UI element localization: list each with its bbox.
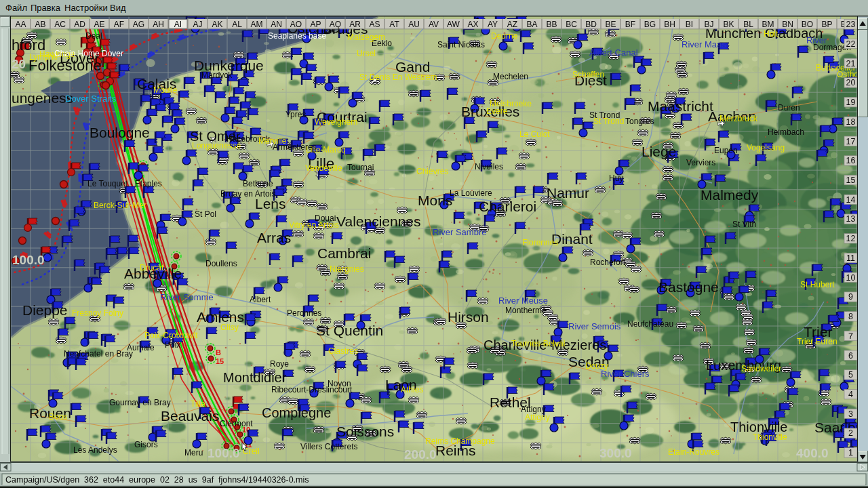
svg-text:5: 5 xyxy=(848,370,853,380)
svg-text:BL: BL xyxy=(743,20,753,29)
svg-text:15: 15 xyxy=(846,176,856,185)
svg-text:17: 17 xyxy=(846,137,856,146)
svg-text:St Hubert: St Hubert xyxy=(800,280,835,289)
svg-text:Ursel: Ursel xyxy=(357,49,376,58)
svg-text:12: 12 xyxy=(846,234,856,243)
svg-text:Holt: Holt xyxy=(764,29,778,39)
svg-text:Verviers: Verviers xyxy=(686,158,715,167)
svg-text:BE: BE xyxy=(605,20,616,29)
svg-text:Glisy: Glisy xyxy=(220,323,239,332)
svg-text:Le Culot: Le Culot xyxy=(519,129,550,139)
svg-text:Deal: Deal xyxy=(85,31,102,41)
svg-text:Reims Champagne: Reims Champagne xyxy=(425,436,495,446)
svg-text:Moulle: Moulle xyxy=(153,85,178,95)
svg-text:Athies: Athies xyxy=(401,385,423,394)
svg-text:9: 9 xyxy=(848,292,853,302)
svg-text:AM: AM xyxy=(251,20,263,29)
svg-text:BM: BM xyxy=(762,20,774,29)
svg-text:Charleroi: Charleroi xyxy=(479,199,536,214)
svg-text:Lille-Marcq: Lille-Marcq xyxy=(306,145,346,155)
svg-text:BB: BB xyxy=(546,20,557,29)
svg-text:AU: AU xyxy=(408,20,420,29)
svg-text:Longuenesse: Longuenesse xyxy=(192,141,241,150)
svg-text:Neufchatel en Bray: Neufchatel en Bray xyxy=(64,349,133,359)
svg-text:Duren: Duren xyxy=(778,103,800,113)
svg-text:Namur: Namur xyxy=(547,185,589,201)
svg-text:300.0: 300.0 xyxy=(599,446,632,460)
svg-text:Albert Canal: Albert Canal xyxy=(589,47,638,58)
svg-text:Vogelsang: Vogelsang xyxy=(747,143,785,152)
svg-text:Arras: Arras xyxy=(257,230,291,245)
svg-text:AC: AC xyxy=(54,20,66,29)
svg-text:AP: AP xyxy=(310,20,321,29)
svg-text:River Sambre: River Sambre xyxy=(433,227,486,237)
svg-text:Настройки: Настройки xyxy=(64,3,108,13)
svg-text:Valenciennes: Valenciennes xyxy=(336,214,421,229)
svg-text:8: 8 xyxy=(848,312,853,321)
svg-text:Tongres: Tongres xyxy=(625,117,654,126)
svg-text:BG: BG xyxy=(644,20,656,29)
svg-text:Schaffen: Schaffen xyxy=(572,70,604,79)
svg-text:Seaplanes base: Seaplanes base xyxy=(268,31,326,41)
svg-text:Dieppe: Dieppe xyxy=(22,302,68,318)
svg-text:21: 21 xyxy=(846,59,856,68)
svg-text:Merzbruck: Merzbruck xyxy=(719,114,758,123)
svg-text:Villers Cotterets: Villers Cotterets xyxy=(300,442,357,451)
svg-text:Les Andelys: Les Andelys xyxy=(73,445,117,455)
svg-text:Poix-Croixrault: Poix-Croixrault xyxy=(144,331,198,340)
svg-text:River Somme: River Somme xyxy=(160,292,214,302)
svg-text:St Vith: St Vith xyxy=(732,220,756,229)
svg-text:AK: AK xyxy=(212,20,222,29)
svg-text:AB: AB xyxy=(35,20,45,29)
svg-text:Bastogne: Bastogne xyxy=(658,279,719,295)
svg-text:Montdidier: Montdidier xyxy=(223,370,287,385)
svg-text:Heimbach: Heimbach xyxy=(768,127,804,137)
svg-text:Niergnies: Niergnies xyxy=(330,264,364,274)
svg-text:10: 10 xyxy=(846,273,856,283)
svg-text:Merville: Merville xyxy=(258,136,287,146)
svg-text:Sandweiler: Sandweiler xyxy=(741,364,781,373)
svg-text:1: 1 xyxy=(848,448,853,458)
svg-text:Florennes: Florennes xyxy=(522,238,558,247)
svg-text:BC: BC xyxy=(566,20,577,29)
svg-text:AG: AG xyxy=(133,20,144,29)
svg-text:11: 11 xyxy=(846,253,855,263)
svg-text:Вид: Вид xyxy=(110,3,126,13)
svg-text:Bruay en Artois: Bruay en Artois xyxy=(220,189,275,199)
svg-text:Neufchateau: Neufchateau xyxy=(627,319,673,329)
svg-text:Maastricht: Maastricht xyxy=(648,98,713,114)
svg-text:St Quentin: St Quentin xyxy=(316,323,383,338)
svg-text:Wevelghem: Wevelghem xyxy=(315,117,357,127)
svg-text:Poix: Poix xyxy=(165,340,180,350)
svg-text:St Denis En Westrem: St Denis En Westrem xyxy=(359,73,437,82)
svg-text:15: 15 xyxy=(216,357,224,365)
svg-text:6: 6 xyxy=(848,351,853,361)
svg-text:Beauvais: Beauvais xyxy=(161,408,219,424)
svg-text:Meru: Meru xyxy=(184,448,203,458)
svg-text:Le Touquet - Etaples: Le Touquet - Etaples xyxy=(87,179,162,188)
svg-text:Mechelen: Mechelen xyxy=(493,72,528,81)
svg-text:AW: AW xyxy=(447,20,460,29)
svg-text:Doullens: Doullens xyxy=(205,259,237,268)
svg-text:Maldegem: Maldegem xyxy=(347,33,385,42)
svg-text:AV: AV xyxy=(429,20,439,29)
svg-text:14: 14 xyxy=(846,195,856,205)
svg-text:ungeness: ungeness xyxy=(12,90,73,106)
svg-text:Fresnoy Folny: Fresnoy Folny xyxy=(72,308,123,318)
svg-text:Etain-Rouvres: Etain-Rouvres xyxy=(668,447,719,457)
svg-text:Rochefort: Rochefort xyxy=(590,258,626,267)
svg-text:BD: BD xyxy=(585,20,597,29)
svg-text:Huy: Huy xyxy=(609,174,623,183)
svg-text:AE: AE xyxy=(94,20,104,29)
svg-text:BA: BA xyxy=(526,20,537,29)
svg-text:River Semois: River Semois xyxy=(568,321,621,331)
svg-text:Mons: Mons xyxy=(418,192,452,208)
svg-text:St Trond: St Trond xyxy=(593,117,624,126)
svg-text:Chievres: Chievres xyxy=(416,167,448,176)
svg-text:100.0: 100.0 xyxy=(208,446,240,460)
svg-text:Gisors: Gisors xyxy=(134,440,158,449)
svg-text:River Chiers: River Chiers xyxy=(601,369,650,379)
svg-text:Boulogne: Boulogne xyxy=(90,125,150,140)
svg-text:Saint Nicolas: Saint Nicolas xyxy=(437,40,485,49)
svg-text:19: 19 xyxy=(846,98,856,107)
